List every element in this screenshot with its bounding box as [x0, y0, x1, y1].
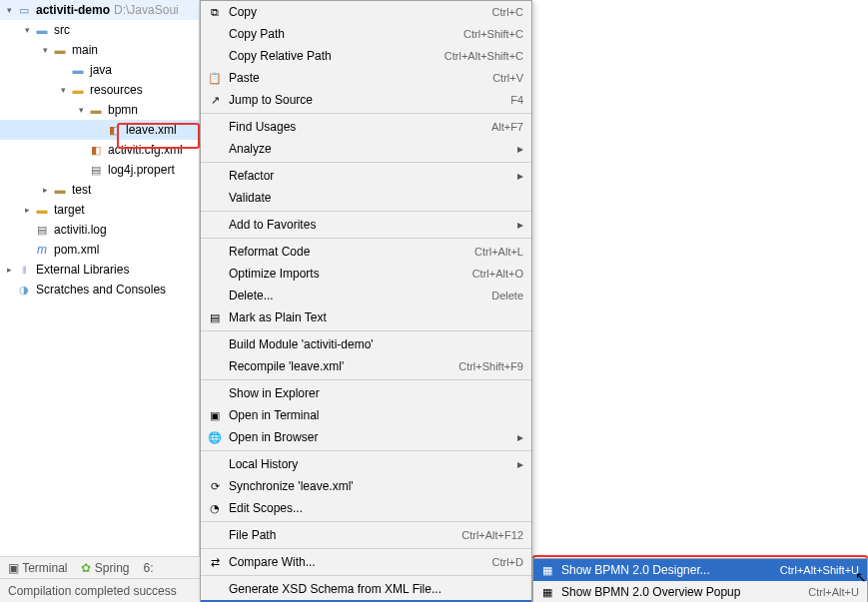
menu-optimize[interactable]: Optimize ImportsCtrl+Alt+O — [201, 263, 531, 285]
terminal-icon: ▣ — [8, 561, 19, 575]
properties-file-icon: ▤ — [88, 162, 104, 178]
context-menu: ⧉CopyCtrl+C Copy PathCtrl+Shift+C Copy R… — [200, 0, 532, 602]
tree-main[interactable]: ▾ ▬ main — [0, 40, 199, 60]
label: activiti.cfg.xml — [108, 143, 183, 157]
paste-icon: 📋 — [205, 70, 225, 86]
separator — [201, 450, 531, 451]
menu-reformat[interactable]: Reformat CodeCtrl+Alt+L — [201, 241, 531, 263]
tree-bpmn[interactable]: ▾ ▬ bpmn — [0, 100, 199, 120]
label: java — [90, 63, 112, 77]
tree-log4j[interactable]: ▤ log4j.propert — [0, 160, 199, 180]
menu-local-history[interactable]: Local History▸ — [201, 453, 531, 475]
separator — [201, 211, 531, 212]
menu-analyze[interactable]: Analyze▸ — [201, 138, 531, 160]
menu-open-terminal[interactable]: ▣Open in Terminal — [201, 404, 531, 426]
menu-file-path[interactable]: File PathCtrl+Alt+F12 — [201, 524, 531, 546]
menu-synchronize[interactable]: ⟳Synchronize 'leave.xml' — [201, 475, 531, 497]
tree-pom[interactable]: m pom.xml — [0, 240, 199, 260]
tree-leave-xml[interactable]: ◧ leave.xml — [0, 120, 199, 140]
submenu-arrow-icon: ▸ — [513, 142, 523, 156]
tree-java[interactable]: ▬ java — [0, 60, 199, 80]
tab-spring[interactable]: ✿ Spring — [81, 561, 129, 575]
tree-external-libs[interactable]: ▸ ⫴ External Libraries — [0, 260, 199, 280]
menu-copy-path[interactable]: Copy PathCtrl+Shift+C — [201, 23, 531, 45]
project-tree: ▾ ▭ activiti-demo D:\JavaSoui ▾ ▬ src ▾ … — [0, 0, 200, 602]
separator — [201, 162, 531, 163]
root-label: activiti-demo — [36, 3, 110, 17]
submenu-arrow-icon: ▸ — [513, 457, 523, 471]
shortcut: Alt+F7 — [491, 121, 523, 133]
shortcut: Ctrl+D — [492, 556, 523, 568]
menu-paste[interactable]: 📋PasteCtrl+V — [201, 67, 531, 89]
chevron-right-icon: ▸ — [4, 265, 14, 275]
label: test — [72, 183, 91, 197]
shortcut: Ctrl+Alt+Shift+C — [444, 50, 523, 62]
submenu-show-designer[interactable]: ▦Show BPMN 2.0 Designer...Ctrl+Alt+Shift… — [533, 559, 867, 581]
tree-resources[interactable]: ▾ ▬ resources — [0, 80, 199, 100]
menu-gen-xsd[interactable]: Generate XSD Schema from XML File... — [201, 578, 531, 600]
label: bpmn — [108, 103, 138, 117]
shortcut: Delete — [491, 290, 523, 301]
submenu-arrow-icon: ▸ — [513, 169, 523, 183]
menu-copy[interactable]: ⧉CopyCtrl+C — [201, 1, 531, 23]
separator — [201, 113, 531, 114]
menu-build-module[interactable]: Build Module 'activiti-demo' — [201, 333, 531, 355]
tree-activiti-log[interactable]: ▤ activiti.log — [0, 220, 199, 240]
tree-root[interactable]: ▾ ▭ activiti-demo D:\JavaSoui — [0, 0, 199, 20]
browser-icon: 🌐 — [205, 429, 225, 445]
folder-icon: ▬ — [34, 202, 50, 218]
chevron-down-icon: ▾ — [22, 25, 32, 35]
label: resources — [90, 83, 143, 97]
menu-copy-rel-path[interactable]: Copy Relative PathCtrl+Alt+Shift+C — [201, 45, 531, 67]
menu-validate[interactable]: Validate — [201, 187, 531, 209]
terminal-icon: ▣ — [205, 407, 225, 423]
menu-add-favorites[interactable]: Add to Favorites▸ — [201, 214, 531, 236]
separator — [201, 575, 531, 576]
shortcut: Ctrl+C — [492, 6, 523, 18]
folder-icon: ▬ — [52, 182, 68, 198]
menu-edit-scopes[interactable]: ◔Edit Scopes... — [201, 497, 531, 519]
label: src — [54, 23, 70, 37]
submenu-arrow-icon: ▸ — [513, 218, 523, 232]
xml-file-icon: ◧ — [106, 122, 122, 138]
separator — [201, 548, 531, 549]
tree-scratches[interactable]: ◑ Scratches and Consoles — [0, 280, 199, 300]
menu-find-usages[interactable]: Find UsagesAlt+F7 — [201, 116, 531, 138]
label: Scratches and Consoles — [36, 283, 166, 297]
chevron-down-icon: ▾ — [4, 5, 14, 15]
menu-refactor[interactable]: Refactor▸ — [201, 165, 531, 187]
shortcut: F4 — [510, 94, 523, 106]
submenu-show-overview[interactable]: ▦Show BPMN 2.0 Overview PopupCtrl+Alt+U — [533, 581, 867, 602]
folder-icon: ▬ — [52, 42, 68, 58]
diagram-icon: ▦ — [537, 584, 557, 600]
tree-src[interactable]: ▾ ▬ src — [0, 20, 199, 40]
menu-recompile[interactable]: Recompile 'leave.xml'Ctrl+Shift+F9 — [201, 355, 531, 377]
tree-cfg[interactable]: ◧ activiti.cfg.xml — [0, 140, 199, 160]
compare-icon: ⇄ — [205, 554, 225, 570]
tab-todo[interactable]: 6: — [144, 561, 154, 575]
shortcut: Ctrl+Shift+F9 — [458, 360, 523, 372]
label: pom.xml — [54, 243, 99, 257]
folder-icon: ▬ — [88, 102, 104, 118]
menu-compare-with[interactable]: ⇄Compare With...Ctrl+D — [201, 551, 531, 573]
spring-icon: ✿ — [81, 561, 91, 575]
jump-icon: ↗ — [205, 92, 225, 108]
resources-icon: ▬ — [70, 82, 86, 98]
shortcut: Ctrl+Alt+U — [808, 586, 859, 598]
libraries-icon: ⫴ — [16, 262, 32, 278]
root-path: D:\JavaSoui — [114, 3, 179, 17]
tree-test[interactable]: ▸ ▬ test — [0, 180, 199, 200]
menu-delete[interactable]: Delete...Delete — [201, 285, 531, 306]
tab-terminal[interactable]: ▣ Terminal — [8, 561, 67, 575]
menu-jump-source[interactable]: ↗Jump to SourceF4 — [201, 89, 531, 111]
label: target — [54, 203, 85, 217]
menu-plain-text[interactable]: ▤Mark as Plain Text — [201, 306, 531, 328]
diagram-icon: ▦ — [537, 562, 557, 578]
menu-open-browser[interactable]: 🌐Open in Browser▸ — [201, 426, 531, 448]
label: External Libraries — [36, 263, 129, 277]
copy-icon: ⧉ — [205, 4, 225, 20]
status-message: Compilation completed success — [8, 584, 177, 598]
tree-target[interactable]: ▸ ▬ target — [0, 200, 199, 220]
menu-show-explorer[interactable]: Show in Explorer — [201, 382, 531, 404]
scopes-icon: ◔ — [205, 500, 225, 516]
